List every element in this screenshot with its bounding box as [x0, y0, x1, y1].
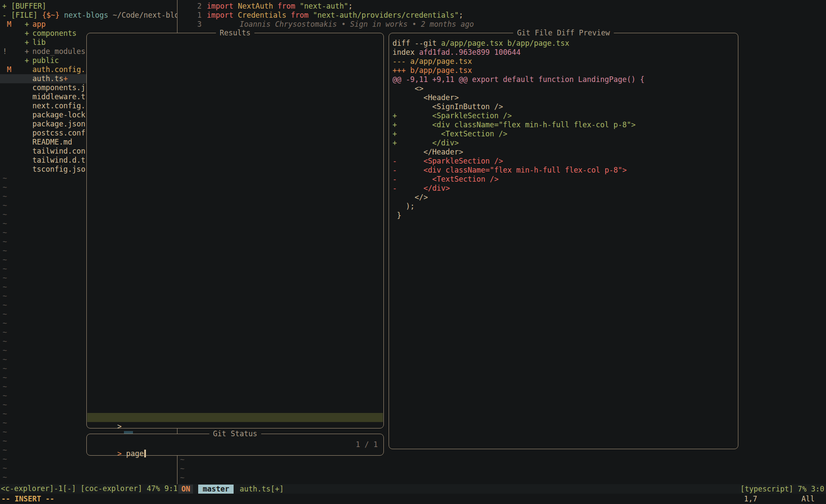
- line-number: 3: [177, 20, 202, 29]
- ruler-cursor-position: 1,7: [744, 495, 757, 504]
- text-cursor: [144, 450, 146, 457]
- diff-line: </>: [392, 193, 738, 202]
- diff-line: }: [392, 211, 738, 220]
- diagnostic-marker: !: [3, 47, 7, 56]
- search-prompt[interactable]: > page 1 / 1: [87, 440, 383, 449]
- tree-item-label: README.md: [32, 138, 72, 147]
- ruler-scroll-indicator: All: [801, 495, 815, 504]
- editor-empty-lines: ~~~: [180, 455, 184, 482]
- selected-result-row[interactable]: > ~ app/page.tsx: [87, 413, 383, 422]
- explorer-empty-line: ~: [0, 473, 177, 482]
- diff-line: + </div>: [392, 139, 738, 148]
- statusline-explorer-info: <c-explorer]-1[-] [coc-explorer] 47% 9:1: [1, 484, 177, 493]
- explorer-header-line[interactable]: + [BUFFER]: [0, 2, 177, 11]
- git-status-panel-title: Git Status: [209, 429, 261, 438]
- tree-item-label: tailwind.d.t: [32, 156, 85, 165]
- diff-line: <Header>: [392, 93, 738, 102]
- git-added-marker: +: [63, 74, 68, 83]
- statusline-file-info: auth.ts[+]: [240, 485, 284, 494]
- results-panel-title: Results: [216, 28, 255, 38]
- editor-line: 2import NextAuth from "next-auth";: [177, 2, 826, 11]
- diff-line: diff --git a/app/page.tsx b/app/page.tsx: [392, 39, 738, 48]
- explorer-empty-line: ~: [0, 455, 177, 464]
- command-line: -- INSERT -- 1,7 All: [0, 494, 826, 504]
- git-blame-text: Ioannis Chrysostomakis • Sign in works •…: [240, 20, 474, 28]
- diff-line: - <TextSection />: [392, 175, 738, 184]
- expand-icon: +: [25, 38, 29, 47]
- match-counter: 1 / 1: [356, 440, 378, 449]
- tree-item-label: public: [32, 56, 59, 65]
- expand-icon: +: [25, 56, 29, 65]
- tree-item-label: app: [32, 20, 46, 29]
- diff-line: +++ b/app/page.tsx: [392, 66, 738, 75]
- tree-item-label: components: [32, 29, 76, 38]
- tree-item-label: components.j: [32, 83, 85, 92]
- diff-line: <SignInButton />: [392, 102, 738, 111]
- diff-line: + <TextSection />: [392, 129, 738, 139]
- diff-line: --- a/app/page.tsx: [392, 57, 738, 66]
- expand-icon: +: [25, 29, 29, 38]
- selection-caret-icon: >: [117, 422, 121, 431]
- tree-item-label: package.json: [32, 120, 85, 129]
- tree-item-label: lib: [32, 38, 46, 47]
- line-number: 1: [177, 11, 202, 20]
- tree-item-label: package-lock: [32, 110, 85, 120]
- expand-icon: +: [25, 47, 29, 56]
- diff-line: );: [392, 202, 738, 211]
- tree-item-label: auth.ts+: [32, 74, 68, 83]
- tree-item-app[interactable]: M+app: [0, 20, 177, 29]
- expand-icon: +: [25, 20, 29, 29]
- diff-preview-panel: Git File Diff Preview diff --git a/app/p…: [389, 33, 738, 449]
- diff-line: + <div className="flex min-h-full flex-c…: [392, 120, 738, 129]
- search-query: page: [126, 449, 144, 458]
- statusline-mode-badge: ON: [178, 485, 193, 494]
- explorer-header-line[interactable]: - [FILE] {$~} next-blogs ~/Code/next-blo: [0, 11, 177, 20]
- diff-line: + <SparkleSection />: [392, 111, 738, 120]
- tree-item-label: auth.config.: [32, 65, 85, 74]
- tree-item-label: middleware.t: [32, 92, 85, 101]
- git-status-panel: Git Status > page 1 / 1: [86, 434, 384, 456]
- tree-item-label: tailwind.con: [32, 147, 85, 156]
- statusline: <c-explorer]-1[-] [coc-explorer] 47% 9:1…: [0, 484, 826, 494]
- diff-line: - </div>: [392, 184, 738, 193]
- git-modified-marker: M: [7, 65, 11, 74]
- insert-mode-indicator: -- INSERT --: [1, 495, 54, 504]
- nvim-terminal: + [BUFFER]- [FILE] {$~} next-blogs ~/Cod…: [0, 0, 826, 504]
- tree-item-label: node_modules: [32, 47, 85, 56]
- prompt-caret-icon: >: [117, 449, 121, 458]
- editor-line: 3Ioannis Chrysostomakis • Sign in works …: [177, 20, 826, 29]
- results-panel: Results > ~ app/page.tsx: [86, 33, 384, 428]
- statusline-right: ON master auth.ts[+] [typescript] 7% 3:0: [177, 484, 826, 494]
- tree-item-label: tsconfig.jso: [32, 165, 85, 174]
- diff-line: <>: [392, 84, 738, 93]
- tree-item-label: next.config.: [32, 101, 85, 110]
- diff-line: @@ -9,11 +9,11 @@ export default functio…: [392, 75, 738, 84]
- diff-line: index afd1fad..963e899 100644: [392, 48, 738, 57]
- editor-line: 1import Credentials from "next-auth/prov…: [177, 11, 826, 20]
- git-modified-marker: M: [7, 20, 11, 29]
- statusline-lsp-info: [typescript] 7% 3:0: [741, 485, 826, 494]
- git-branch-badge: master: [198, 485, 233, 494]
- diff-line: </Header>: [392, 148, 738, 157]
- tree-item-label: postcss.conf: [32, 129, 85, 138]
- diff-preview-title: Git File Diff Preview: [513, 28, 614, 38]
- diff-line: - <SparkleSection />: [392, 157, 738, 166]
- explorer-empty-line: ~: [0, 464, 177, 473]
- line-number: 2: [177, 2, 202, 11]
- diff-line: - <div className="flex min-h-full flex-c…: [392, 166, 738, 175]
